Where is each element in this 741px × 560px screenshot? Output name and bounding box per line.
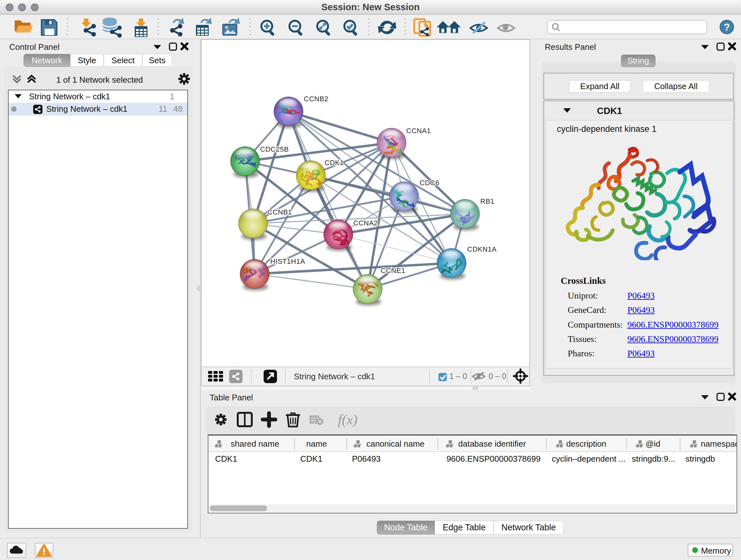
svg-text:shared name: shared name [231,439,279,449]
svg-text:@id: @id [646,439,661,449]
svg-text:description: description [566,439,606,449]
svg-text:CCNB1: CCNB1 [267,208,292,216]
svg-text:CCNA2: CCNA2 [353,219,378,227]
svg-text:CDK1: CDK1 [325,159,344,167]
svg-text:name: name [306,439,327,449]
svg-text:HIST1H1A: HIST1H1A [270,257,305,265]
svg-text:CDC25B: CDC25B [260,145,289,153]
svg-text:CCNA1: CCNA1 [406,127,431,135]
svg-text:CDKN1A: CDKN1A [467,245,496,253]
svg-text:1 – 0: 1 – 0 [449,372,467,381]
svg-text:canonical name: canonical name [366,439,424,449]
svg-text:String Network – cdk1: String Network – cdk1 [294,372,375,381]
svg-text:database identifier: database identifier [458,439,526,449]
svg-text:0 – 0: 0 – 0 [488,372,507,381]
svg-text:RB1: RB1 [480,197,494,205]
svg-text:CCNE1: CCNE1 [381,266,405,274]
svg-text:CDC6: CDC6 [420,179,440,187]
svg-text:f(x): f(x) [338,412,357,428]
svg-text:namespace: namespace [701,439,737,449]
svg-text:CCNB2: CCNB2 [304,95,328,103]
